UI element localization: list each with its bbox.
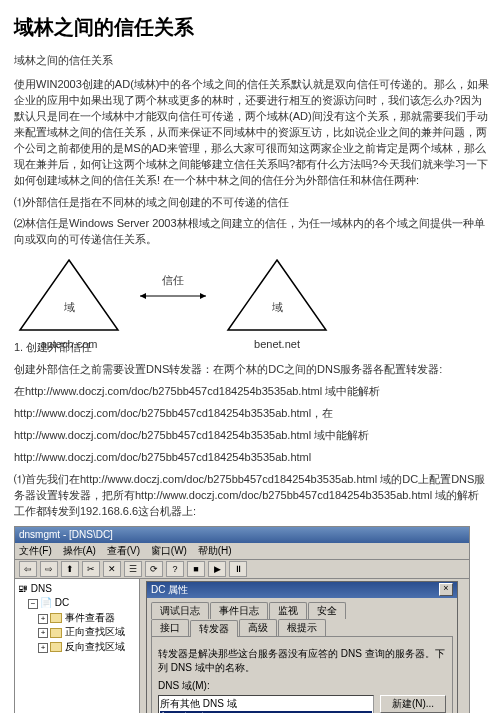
svg-marker-3 <box>200 293 206 299</box>
folder-icon <box>50 613 62 623</box>
svg-marker-0 <box>20 260 118 330</box>
arrow-label: 信任 <box>162 273 184 288</box>
triangle-left: 域 aptech.com <box>14 256 124 336</box>
folder-icon <box>50 628 62 638</box>
dns-domain-label: DNS 域(M): <box>158 679 446 693</box>
toolbar: ⇦ ⇨ ⬆ ✂ ✕ ☰ ⟳ ? ■ ▶ ⏸ <box>15 560 469 579</box>
toolbar-refresh-icon[interactable]: ⟳ <box>145 561 163 577</box>
tab-row-2: 调试日志 事件日志 监视 安全 <box>147 598 457 619</box>
menu-view[interactable]: 查看(V) <box>107 545 140 556</box>
menu-file[interactable]: 文件(F) <box>19 545 52 556</box>
toolbar-pause-icon[interactable]: ⏸ <box>229 561 247 577</box>
menu-help[interactable]: 帮助(H) <box>198 545 232 556</box>
triangle-left-label: 域 <box>14 300 124 315</box>
tab-forwarders[interactable]: 转发器 <box>190 620 238 637</box>
intro-paragraph: 使用WIN2003创建的AD(域林)中的各个域之间的信任关系默认就是双向信任可传… <box>14 77 490 189</box>
tree-reverse[interactable]: +反向查找区域 <box>18 640 136 655</box>
trust-diagram: 域 aptech.com 信任 域 benet.net <box>14 256 490 336</box>
tree-pane[interactable]: 🖳 DNS −📄 DC +事件查看器 +正向查找区域 +反向查找区域 <box>15 579 140 713</box>
toolbar-help-icon[interactable]: ? <box>166 561 184 577</box>
tab-security[interactable]: 安全 <box>308 602 346 619</box>
dialog-title: DC 属性 <box>151 583 188 597</box>
tree-dc[interactable]: −📄 DC <box>18 596 136 611</box>
tab-debug[interactable]: 调试日志 <box>151 602 209 619</box>
toolbar-fwd-icon[interactable]: ⇨ <box>40 561 58 577</box>
expand-icon[interactable]: + <box>38 643 48 653</box>
menu-action[interactable]: 操作(A) <box>63 545 96 556</box>
link-line-1: 在http://www.doczj.com/doc/b275bb457cd184… <box>14 384 490 400</box>
collapse-icon[interactable]: − <box>28 599 38 609</box>
menubar: 文件(F) 操作(A) 查看(V) 窗口(W) 帮助(H) <box>15 543 469 560</box>
expand-icon[interactable]: + <box>38 628 48 638</box>
section-1-desc: 创建外部信任之前需要设置DNS转发器：在两个林的DC之间的DNS服务器各配置转发… <box>14 362 490 378</box>
tab-advanced[interactable]: 高级 <box>239 619 277 636</box>
tab-row-1: 接口 转发器 高级 根提示 <box>147 619 457 636</box>
toolbar-copy-icon[interactable]: ✕ <box>103 561 121 577</box>
tree-root[interactable]: 🖳 DNS <box>18 582 136 597</box>
svg-marker-2 <box>140 293 146 299</box>
link-line-2: http://www.doczj.com/doc/b275bb457cd1842… <box>14 406 490 422</box>
window-titlebar: dnsmgmt - [DNS\DC] <box>15 527 469 543</box>
properties-dialog: DC 属性 × 调试日志 事件日志 监视 安全 接口 转发器 高级 根提示 转发… <box>146 581 458 713</box>
triangle-right-label: 域 <box>222 300 332 315</box>
toolbar-stop-icon[interactable]: ■ <box>187 561 205 577</box>
toolbar-props-icon[interactable]: ☰ <box>124 561 142 577</box>
menu-window[interactable]: 窗口(W) <box>151 545 187 556</box>
subtitle: 域林之间的信任关系 <box>14 53 490 69</box>
tab-event[interactable]: 事件日志 <box>210 602 268 619</box>
tab-roothints[interactable]: 根提示 <box>278 619 326 636</box>
window-title: dnsmgmt - [DNS\DC] <box>19 529 113 540</box>
toolbar-cut-icon[interactable]: ✂ <box>82 561 100 577</box>
toolbar-back-icon[interactable]: ⇦ <box>19 561 37 577</box>
tree-forward[interactable]: +正向查找区域 <box>18 625 136 640</box>
link-line-4: http://www.doczj.com/doc/b275bb457cd1842… <box>14 450 490 466</box>
tab-body: 转发器是解决那些这台服务器没有应答的 DNS 查询的服务器。下列 DNS 域中的… <box>151 636 453 713</box>
dns-domain-list[interactable]: 所有其他 DNS 域 benet.net <box>158 695 374 713</box>
dialog-titlebar: DC 属性 × <box>147 582 457 598</box>
toolbar-up-icon[interactable]: ⬆ <box>61 561 79 577</box>
domain-all-others[interactable]: 所有其他 DNS 域 <box>160 697 372 711</box>
dns-mmc-screenshot: dnsmgmt - [DNS\DC] 文件(F) 操作(A) 查看(V) 窗口(… <box>14 526 470 713</box>
step-1-desc: ⑴首先我们在http://www.doczj.com/doc/b275bb457… <box>14 472 490 520</box>
list-item-2: ⑵林信任是Windows Server 2003林根域之间建立的信任，为任一域林… <box>14 216 490 248</box>
close-icon[interactable]: × <box>439 583 453 596</box>
list-item-1: ⑴外部信任是指在不同林的域之间创建的不可传递的信任 <box>14 195 490 211</box>
toolbar-play-icon[interactable]: ▶ <box>208 561 226 577</box>
triangle-right: 域 benet.net <box>222 256 332 336</box>
new-button[interactable]: 新建(N)... <box>380 695 446 713</box>
page-title: 域林之间的信任关系 <box>14 14 490 41</box>
tab-monitor[interactable]: 监视 <box>269 602 307 619</box>
folder-icon <box>50 642 62 652</box>
triangle-right-caption: benet.net <box>222 338 332 350</box>
trust-arrow: 信任 <box>138 273 208 302</box>
expand-icon[interactable]: + <box>38 614 48 624</box>
forwarder-desc: 转发器是解决那些这台服务器没有应答的 DNS 查询的服务器。下列 DNS 域中的… <box>158 647 446 675</box>
svg-marker-4 <box>228 260 326 330</box>
tree-events[interactable]: +事件查看器 <box>18 611 136 626</box>
link-line-3: http://www.doczj.com/doc/b275bb457cd1842… <box>14 428 490 444</box>
tab-interface[interactable]: 接口 <box>151 619 189 636</box>
triangle-left-caption: aptech.com <box>14 338 124 350</box>
dns-icon: 🖳 <box>18 583 28 594</box>
